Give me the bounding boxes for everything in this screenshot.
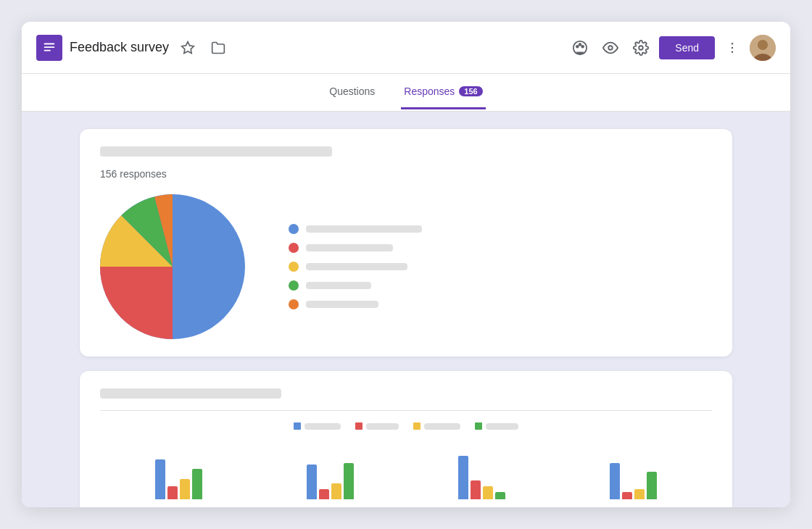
legend-item-orange	[289, 299, 422, 309]
bar-2-blue	[307, 465, 317, 499]
legend-dot-red	[289, 243, 299, 253]
card2-divider	[100, 410, 712, 411]
form-icon	[36, 35, 62, 61]
settings-button[interactable]	[629, 36, 653, 60]
card2-skeleton-bar	[100, 388, 281, 399]
bar-1-yellow	[180, 479, 190, 499]
bar-legend-item-red	[355, 422, 399, 430]
legend-item-green	[289, 280, 422, 291]
header-right: Send	[568, 35, 776, 61]
bar-legend-item-yellow	[413, 422, 460, 430]
send-button[interactable]: Send	[659, 36, 715, 59]
main-content: 156 responses	[22, 112, 790, 507]
header: Feedback survey	[22, 22, 790, 74]
svg-point-6	[579, 43, 581, 46]
bar-chart-legend	[100, 422, 712, 430]
star-button[interactable]	[176, 36, 199, 59]
bar-4-yellow	[634, 489, 645, 499]
bar-group-1	[107, 459, 250, 499]
tab-responses[interactable]: Responses 156	[401, 75, 485, 109]
legend-bar-red	[306, 244, 393, 251]
svg-point-5	[576, 45, 579, 47]
svg-point-8	[609, 46, 613, 50]
legend-bar-yellow	[306, 263, 407, 270]
bar-1-green	[192, 469, 202, 499]
svg-marker-3	[182, 41, 194, 53]
bar-legend-text-yellow	[424, 423, 460, 430]
legend-dot-orange	[289, 299, 299, 309]
bar-legend-item-green	[475, 422, 518, 430]
svg-rect-1	[44, 46, 55, 48]
bar-group-2	[259, 463, 402, 499]
more-options-button[interactable]	[721, 36, 744, 59]
bar-legend-text-green	[486, 423, 518, 430]
bar-legend-text-blue	[304, 423, 341, 430]
legend-item-yellow	[289, 262, 422, 272]
preview-button[interactable]	[598, 36, 623, 60]
bar-3-red	[471, 480, 481, 499]
legend-bar-orange	[306, 301, 378, 308]
svg-point-12	[732, 51, 734, 53]
bar-2-red	[319, 489, 329, 499]
svg-rect-2	[44, 49, 51, 51]
avatar[interactable]	[750, 35, 776, 61]
bar-chart-area	[100, 441, 712, 499]
bar-1-blue	[155, 459, 165, 499]
bar-3-yellow	[483, 486, 493, 499]
header-left: Feedback survey	[36, 35, 568, 61]
bar-legend-text-red	[366, 423, 399, 430]
bar-1-red	[167, 486, 178, 499]
responses-pie-card: 156 responses	[80, 129, 732, 357]
chart-area	[100, 194, 712, 339]
svg-point-10	[732, 42, 734, 44]
bar-2-green	[344, 463, 354, 499]
card1-skeleton-bar	[100, 146, 332, 157]
bar-3-green	[495, 492, 505, 499]
svg-point-7	[582, 45, 584, 47]
form-title: Feedback survey	[70, 40, 169, 55]
folder-button[interactable]	[207, 36, 230, 59]
bar-4-blue	[610, 463, 620, 499]
responses-count: 156 responses	[100, 168, 712, 180]
svg-point-9	[639, 46, 644, 50]
legend-dot-blue	[289, 224, 299, 234]
legend-dot-green	[289, 280, 299, 291]
bar-legend-color-green	[475, 422, 482, 430]
bar-4-red	[622, 492, 632, 499]
bar-legend-color-blue	[294, 422, 301, 430]
legend-bar-blue	[306, 225, 422, 233]
legend-dot-yellow	[289, 262, 299, 272]
responses-bar-card	[80, 371, 732, 507]
bar-4-green	[647, 472, 657, 499]
palette-button[interactable]	[568, 36, 592, 60]
bar-group-3	[410, 456, 553, 499]
svg-point-14	[758, 40, 768, 50]
bar-3-blue	[458, 456, 468, 499]
tabs-bar: Questions Responses 156	[22, 74, 790, 112]
svg-point-11	[732, 46, 734, 49]
bar-legend-item-blue	[294, 422, 341, 430]
bar-group-4	[562, 463, 705, 499]
pie-legend	[289, 224, 422, 309]
legend-bar-green	[306, 282, 371, 289]
bar-legend-color-yellow	[413, 422, 420, 430]
svg-rect-0	[44, 43, 55, 44]
response-count-badge: 156	[459, 86, 482, 96]
tab-questions[interactable]: Questions	[326, 75, 378, 109]
bar-legend-color-red	[355, 422, 362, 430]
app-window: Feedback survey	[22, 22, 790, 507]
pie-chart	[100, 194, 245, 339]
legend-item-red	[289, 243, 422, 253]
bar-2-yellow	[331, 483, 341, 499]
legend-item-blue	[289, 224, 422, 234]
